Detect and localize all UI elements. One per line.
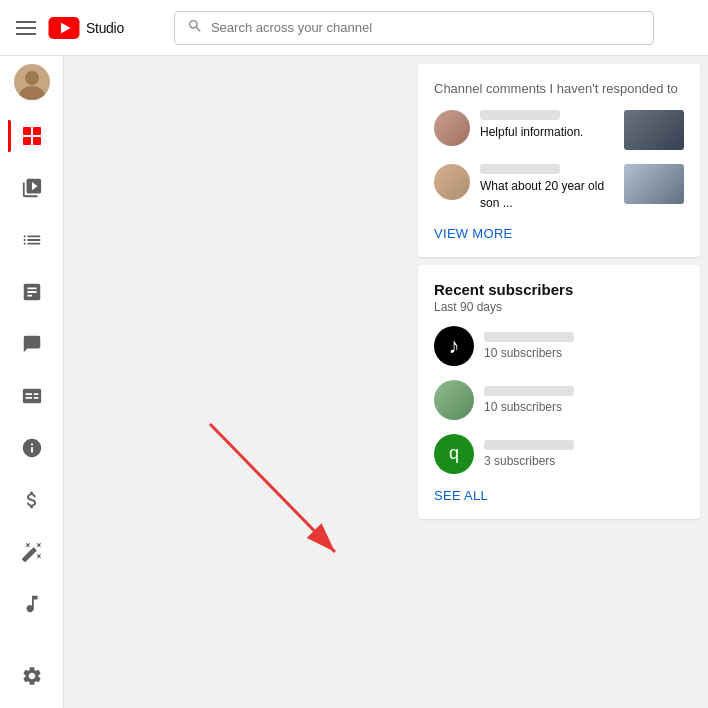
- topbar: Studio: [0, 0, 708, 56]
- comment-author-2: [480, 164, 560, 174]
- user-avatar-container[interactable]: [14, 64, 50, 100]
- sidebar-item-subtitles[interactable]: [8, 372, 56, 420]
- copyright-icon: [21, 437, 43, 459]
- sidebar-item-videos[interactable]: [8, 164, 56, 212]
- comment-author-1: [480, 110, 560, 120]
- right-panel: Channel comments I haven't responded to …: [418, 64, 700, 700]
- playlist-icon: [21, 229, 43, 251]
- music-icon: [21, 593, 43, 615]
- comments-card-title: Channel comments I haven't responded to: [434, 80, 684, 98]
- comment-text-2: What about 20 year old son ...: [480, 178, 614, 212]
- subscriber-info-3: 3 subscribers: [484, 440, 684, 468]
- comment-body-2: What about 20 year old son ...: [480, 164, 614, 212]
- subscriber-avatar-letter: q: [449, 443, 459, 464]
- subscriber-item-2: 10 subscribers: [434, 380, 684, 420]
- studio-label: Studio: [86, 20, 124, 36]
- svg-point-3: [25, 71, 39, 85]
- subscribers-card-title: Recent subscribers: [434, 281, 684, 298]
- search-input[interactable]: [211, 20, 641, 35]
- subscriber-avatar-3: q: [434, 434, 474, 474]
- wand-icon: [21, 541, 43, 563]
- sidebar-item-comments[interactable]: [8, 320, 56, 368]
- sidebar-item-settings[interactable]: [8, 652, 56, 700]
- subscriber-item-3: q 3 subscribers: [434, 434, 684, 474]
- subscribers-card: Recent subscribers Last 90 days ♪ 10 sub…: [418, 265, 700, 519]
- comment-body-1: Helpful information.: [480, 110, 614, 141]
- subscribers-period: Last 90 days: [434, 300, 684, 314]
- subscriber-name-1: [484, 332, 574, 342]
- comment-avatar-2: [434, 164, 470, 200]
- subscriber-count-1: 10 subscribers: [484, 346, 684, 360]
- sidebar-item-dashboard[interactable]: [8, 112, 56, 160]
- comment-thumb-1: [624, 110, 684, 150]
- comment-item-2: What about 20 year old son ...: [434, 164, 684, 212]
- sidebar-item-copyright[interactable]: [8, 424, 56, 472]
- comment-avatar-1: [434, 110, 470, 146]
- svg-line-6: [210, 424, 335, 552]
- subtitles-icon: [21, 385, 43, 407]
- play-icon: [21, 177, 43, 199]
- subscriber-item-1: ♪ 10 subscribers: [434, 326, 684, 366]
- sidebar: [0, 56, 64, 708]
- see-all-button[interactable]: SEE ALL: [434, 488, 684, 503]
- comment-text-1: Helpful information.: [480, 124, 614, 141]
- subscriber-info-1: 10 subscribers: [484, 332, 684, 360]
- tiktok-icon: ♪: [449, 333, 460, 359]
- search-icon: [187, 18, 203, 38]
- sidebar-item-monetization[interactable]: [8, 476, 56, 524]
- dollar-icon: [21, 489, 43, 511]
- menu-icon[interactable]: [16, 21, 36, 35]
- comment-thumb-2: [624, 164, 684, 204]
- arrow-annotation: [200, 414, 360, 578]
- sidebar-item-audio[interactable]: [8, 580, 56, 628]
- youtube-logo: [48, 17, 80, 39]
- avatar: [14, 64, 50, 100]
- subscriber-count-2: 10 subscribers: [484, 400, 684, 414]
- analytics-icon: [21, 281, 43, 303]
- subscriber-avatar-2: [434, 380, 474, 420]
- comment-icon: [21, 333, 43, 355]
- view-more-button[interactable]: VIEW MORE: [434, 226, 684, 241]
- subscriber-avatar-1: ♪: [434, 326, 474, 366]
- settings-icon: [21, 665, 43, 687]
- comments-card: Channel comments I haven't responded to …: [418, 64, 700, 257]
- grid-icon: [23, 127, 41, 145]
- content-area: Channel comments I haven't responded to …: [64, 56, 708, 708]
- sidebar-item-analytics[interactable]: [8, 268, 56, 316]
- comment-item-1: Helpful information.: [434, 110, 684, 150]
- subscriber-info-2: 10 subscribers: [484, 386, 684, 414]
- subscriber-name-3: [484, 440, 574, 450]
- main-layout: Channel comments I haven't responded to …: [0, 56, 708, 708]
- sidebar-item-playlists[interactable]: [8, 216, 56, 264]
- subscriber-count-3: 3 subscribers: [484, 454, 684, 468]
- subscriber-name-2: [484, 386, 574, 396]
- logo-container: Studio: [48, 17, 124, 39]
- search-bar[interactable]: [174, 11, 654, 45]
- sidebar-item-customization[interactable]: [8, 528, 56, 576]
